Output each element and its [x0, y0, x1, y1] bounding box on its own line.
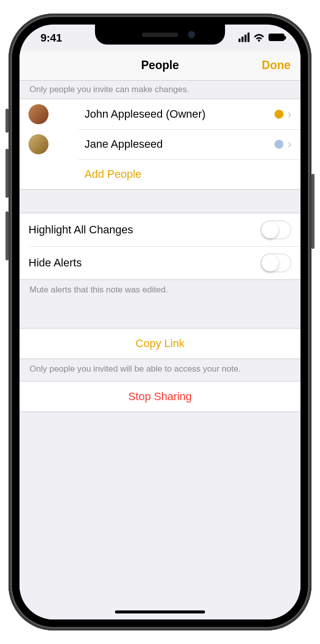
status-time: 9:41 [40, 32, 62, 45]
screen: 9:41 People Done Only people you invite … [20, 25, 300, 619]
battery-icon [268, 34, 284, 41]
volume-up-button [6, 149, 8, 198]
highlight-changes-toggle[interactable] [260, 220, 292, 239]
volume-down-button [6, 211, 8, 260]
stop-sharing-group: Stop Sharing [20, 381, 300, 412]
speaker [142, 33, 178, 37]
chevron-right-icon: › [288, 138, 292, 150]
person-name: Jane Appleseed [84, 138, 274, 151]
home-indicator[interactable] [115, 610, 205, 613]
copy-link-footer: Only people you invited will be able to … [20, 359, 300, 379]
stop-sharing-label: Stop Sharing [128, 390, 192, 403]
device-frame: 9:41 People Done Only people you invite … [8, 14, 312, 630]
status-icons [238, 33, 284, 42]
wifi-icon [254, 33, 264, 42]
section-gap [20, 300, 300, 328]
owner-dot-icon [274, 110, 284, 119]
copy-link-button[interactable]: Copy Link [20, 329, 300, 359]
highlight-changes-row: Highlight All Changes [20, 213, 300, 246]
hide-alerts-label: Hide Alerts [28, 256, 260, 269]
add-people-button[interactable]: Add People [20, 159, 300, 189]
front-camera [188, 31, 195, 38]
chevron-right-icon: › [288, 108, 292, 120]
content-scroll[interactable]: Only people you invite can make changes.… [20, 81, 300, 619]
people-list: John Appleseed (Owner) › Jane Appleseed … [20, 99, 300, 190]
person-row-owner[interactable]: John Appleseed (Owner) › [20, 99, 300, 129]
stop-sharing-button[interactable]: Stop Sharing [20, 382, 300, 412]
power-button [312, 174, 314, 249]
cellular-icon [238, 33, 250, 42]
person-row-guest[interactable]: Jane Appleseed › [20, 129, 300, 159]
people-section-header: Only people you invite can make changes. [20, 81, 300, 99]
guest-dot-icon [274, 140, 284, 149]
page-title: People [141, 59, 178, 72]
done-button[interactable]: Done [262, 59, 291, 72]
avatar-guest [28, 134, 48, 154]
add-people-label: Add People [84, 168, 142, 181]
copy-link-group: Copy Link [20, 328, 300, 359]
person-name: John Appleseed (Owner) [84, 108, 274, 121]
copy-link-label: Copy Link [136, 337, 184, 350]
settings-footer: Mute alerts that this note was edited. [20, 280, 300, 300]
highlight-changes-label: Highlight All Changes [28, 223, 260, 236]
device-notch [95, 25, 225, 45]
settings-list: Highlight All Changes Hide Alerts [20, 213, 300, 280]
section-gap [20, 190, 300, 213]
nav-bar: People Done [20, 51, 300, 81]
mute-switch [6, 109, 8, 133]
hide-alerts-row: Hide Alerts [20, 246, 300, 279]
avatar-owner [28, 104, 48, 124]
hide-alerts-toggle[interactable] [260, 253, 292, 272]
